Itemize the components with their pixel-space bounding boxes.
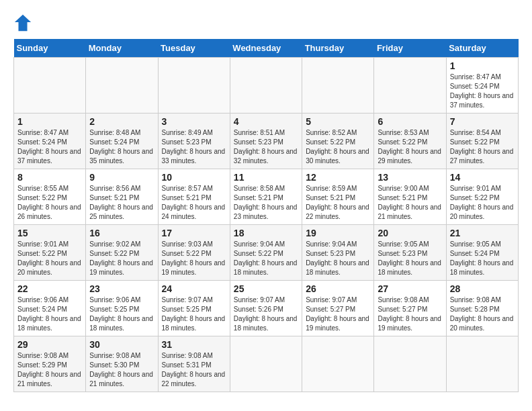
day-number: 2 [89,116,154,127]
calendar-cell [302,336,374,392]
day-info: Sunrise: 9:08 AMSunset: 5:28 PMDaylight:… [450,295,515,333]
day-info: Sunrise: 8:57 AMSunset: 5:21 PMDaylight:… [162,184,226,222]
day-number: 31 [162,339,226,350]
calendar-cell: 26Sunrise: 9:07 AMSunset: 5:27 PMDayligh… [302,281,374,336]
day-info: Sunrise: 9:03 AMSunset: 5:22 PMDaylight:… [162,240,226,277]
calendar-cell: 2Sunrise: 8:48 AMSunset: 5:24 PMDaylight… [86,113,158,169]
day-info: Sunrise: 8:51 AMSunset: 5:23 PMDaylight:… [234,128,298,166]
calendar-cell: 18Sunrise: 9:04 AMSunset: 5:22 PMDayligh… [230,225,302,281]
calendar-cell: 5Sunrise: 8:52 AMSunset: 5:22 PMDaylight… [302,113,374,169]
day-number: 17 [162,228,226,238]
calendar-cell: 8Sunrise: 8:55 AMSunset: 5:22 PMDaylight… [14,169,86,225]
day-info: Sunrise: 8:58 AMSunset: 5:21 PMDaylight:… [234,184,298,222]
calendar-cell: 6Sunrise: 8:53 AMSunset: 5:22 PMDaylight… [374,113,446,169]
calendar-cell [374,336,446,392]
calendar-cell: 4Sunrise: 8:51 AMSunset: 5:23 PMDaylight… [230,113,302,169]
calendar-cell: 23Sunrise: 9:06 AMSunset: 5:25 PMDayligh… [86,281,158,336]
day-number: 26 [306,283,370,294]
day-info: Sunrise: 8:47 AMSunset: 5:24 PMDaylight:… [450,73,515,110]
day-info: Sunrise: 9:04 AMSunset: 5:22 PMDaylight:… [234,240,298,277]
logo-icon [13,13,32,32]
day-number: 11 [234,172,298,183]
calendar-cell: 7Sunrise: 8:54 AMSunset: 5:22 PMDaylight… [446,113,518,169]
day-number: 30 [89,339,154,350]
calendar-cell: 12Sunrise: 8:59 AMSunset: 5:21 PMDayligh… [302,169,374,225]
day-header-tuesday: Tuesday [158,39,230,58]
calendar-cell [302,58,374,113]
day-number: 19 [306,228,370,238]
day-info: Sunrise: 9:07 AMSunset: 5:26 PMDaylight:… [234,295,298,333]
calendar-cell: 1Sunrise: 8:47 AMSunset: 5:24 PMDaylight… [446,58,518,113]
day-header-thursday: Thursday [302,39,374,58]
day-info: Sunrise: 9:07 AMSunset: 5:27 PMDaylight:… [306,295,370,333]
calendar-cell [158,58,230,113]
day-info: Sunrise: 8:52 AMSunset: 5:22 PMDaylight:… [306,128,370,166]
day-info: Sunrise: 9:08 AMSunset: 5:29 PMDaylight:… [17,351,82,389]
calendar-cell: 27Sunrise: 9:08 AMSunset: 5:27 PMDayligh… [374,281,446,336]
day-header-friday: Friday [374,39,446,58]
calendar-cell: 21Sunrise: 9:05 AMSunset: 5:24 PMDayligh… [446,225,518,281]
day-number: 23 [89,283,154,294]
day-info: Sunrise: 9:08 AMSunset: 5:27 PMDaylight:… [378,295,442,333]
day-number: 16 [89,228,154,238]
day-number: 9 [89,172,154,183]
day-number: 21 [450,228,515,238]
day-info: Sunrise: 9:04 AMSunset: 5:23 PMDaylight:… [306,240,370,277]
calendar-cell: 3Sunrise: 8:49 AMSunset: 5:23 PMDaylight… [158,113,230,169]
calendar-cell: 20Sunrise: 9:05 AMSunset: 5:23 PMDayligh… [374,225,446,281]
calendar-cell: 22Sunrise: 9:06 AMSunset: 5:24 PMDayligh… [14,281,86,336]
calendar-cell [86,58,158,113]
day-number: 22 [17,283,82,294]
calendar-cell [230,336,302,392]
day-info: Sunrise: 8:54 AMSunset: 5:22 PMDaylight:… [450,128,515,166]
day-number: 3 [162,116,226,127]
calendar-cell: 16Sunrise: 9:02 AMSunset: 5:22 PMDayligh… [86,225,158,281]
day-number: 20 [378,228,442,238]
calendar-cell: 14Sunrise: 9:01 AMSunset: 5:22 PMDayligh… [446,169,518,225]
calendar-cell: 13Sunrise: 9:00 AMSunset: 5:21 PMDayligh… [374,169,446,225]
calendar-cell: 25Sunrise: 9:07 AMSunset: 5:26 PMDayligh… [230,281,302,336]
day-info: Sunrise: 8:53 AMSunset: 5:22 PMDaylight:… [378,128,442,166]
calendar-cell [230,58,302,113]
day-number: 13 [378,172,442,183]
day-header-wednesday: Wednesday [230,39,302,58]
day-number: 18 [234,228,298,238]
day-number: 1 [450,60,515,71]
day-info: Sunrise: 9:06 AMSunset: 5:25 PMDaylight:… [89,295,154,333]
calendar-cell: 24Sunrise: 9:07 AMSunset: 5:25 PMDayligh… [158,281,230,336]
page-header [13,13,519,32]
day-number: 14 [450,172,515,183]
calendar-cell: 11Sunrise: 8:58 AMSunset: 5:21 PMDayligh… [230,169,302,225]
day-info: Sunrise: 9:08 AMSunset: 5:31 PMDaylight:… [162,351,226,389]
day-info: Sunrise: 8:59 AMSunset: 5:21 PMDaylight:… [306,184,370,222]
day-info: Sunrise: 9:05 AMSunset: 5:23 PMDaylight:… [378,240,442,277]
day-number: 12 [306,172,370,183]
day-info: Sunrise: 9:00 AMSunset: 5:21 PMDaylight:… [378,184,442,222]
day-info: Sunrise: 9:08 AMSunset: 5:30 PMDaylight:… [89,351,154,389]
day-number: 15 [17,228,82,238]
day-info: Sunrise: 9:07 AMSunset: 5:25 PMDaylight:… [162,295,226,333]
day-number: 6 [378,116,442,127]
day-header-saturday: Saturday [446,39,518,58]
day-number: 25 [234,283,298,294]
logo [13,13,35,32]
calendar-cell: 1Sunrise: 8:47 AMSunset: 5:24 PMDaylight… [14,113,86,169]
calendar-cell: 28Sunrise: 9:08 AMSunset: 5:28 PMDayligh… [446,281,518,336]
day-info: Sunrise: 8:56 AMSunset: 5:21 PMDaylight:… [89,184,154,222]
calendar-cell: 15Sunrise: 9:01 AMSunset: 5:22 PMDayligh… [14,225,86,281]
day-header-sunday: Sunday [14,39,86,58]
day-info: Sunrise: 9:06 AMSunset: 5:24 PMDaylight:… [17,295,82,333]
calendar-cell [446,336,518,392]
calendar-cell: 30Sunrise: 9:08 AMSunset: 5:30 PMDayligh… [86,336,158,392]
calendar-cell: 31Sunrise: 9:08 AMSunset: 5:31 PMDayligh… [158,336,230,392]
day-number: 28 [450,283,515,294]
day-number: 10 [162,172,226,183]
day-info: Sunrise: 8:55 AMSunset: 5:22 PMDaylight:… [17,184,82,222]
day-info: Sunrise: 9:02 AMSunset: 5:22 PMDaylight:… [89,240,154,277]
day-info: Sunrise: 8:47 AMSunset: 5:24 PMDaylight:… [17,128,82,166]
day-info: Sunrise: 8:48 AMSunset: 5:24 PMDaylight:… [89,128,154,166]
day-number: 7 [450,116,515,127]
day-number: 29 [17,339,82,350]
day-header-monday: Monday [86,39,158,58]
day-info: Sunrise: 9:01 AMSunset: 5:22 PMDaylight:… [17,240,82,277]
